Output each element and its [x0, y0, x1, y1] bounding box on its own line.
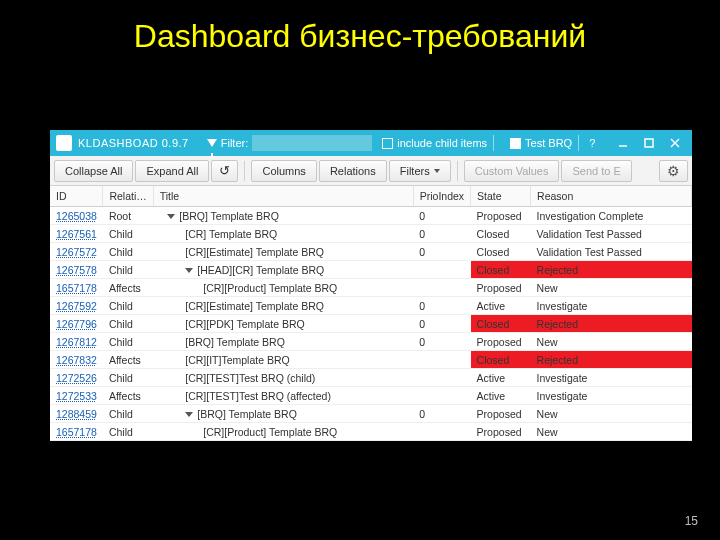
cell-prio: 0	[413, 243, 470, 261]
cell-title: [BRQ] Template BRQ	[153, 405, 413, 423]
cell-prio	[413, 279, 470, 297]
chevron-down-icon	[434, 169, 440, 173]
id-link[interactable]: 1288459	[56, 408, 97, 420]
filters-label: Filters	[400, 165, 430, 177]
settings-button[interactable]: ⚙	[659, 160, 688, 182]
id-link[interactable]: 1657178	[56, 426, 97, 438]
cell-id: 1267561	[50, 225, 103, 243]
col-state[interactable]: State	[471, 186, 531, 207]
table-row[interactable]: 1265038Root[BRQ] Template BRQ0ProposedIn…	[50, 207, 692, 225]
collapse-all-button[interactable]: Collapse All	[54, 160, 133, 182]
table-row[interactable]: 1272533Affects[CR][TEST]Test BRQ (affect…	[50, 387, 692, 405]
table-row[interactable]: 1267561Child[CR] Template BRQ0ClosedVali…	[50, 225, 692, 243]
custom-values-button[interactable]: Custom Values	[464, 160, 560, 182]
cell-state: Active	[471, 297, 531, 315]
table-row[interactable]: 1267812Child[BRQ] Template BRQ0ProposedN…	[50, 333, 692, 351]
cell-title: [CR][PDK] Template BRQ	[153, 315, 413, 333]
send-to-button[interactable]: Send to E	[561, 160, 631, 182]
expand-all-button[interactable]: Expand All	[135, 160, 209, 182]
test-brq-checkbox[interactable]: Test BRQ	[510, 137, 572, 149]
cell-prio: 0	[413, 315, 470, 333]
title-text: [CR][Product] Template BRQ	[203, 426, 337, 438]
table-row[interactable]: 1267572Child[CR][Estimate] Template BRQ0…	[50, 243, 692, 261]
cell-title: [CR][TEST]Test BRQ (affected)	[153, 387, 413, 405]
refresh-button[interactable]: ↻	[211, 160, 238, 182]
cell-reason: New	[531, 279, 692, 297]
cell-prio	[413, 261, 470, 279]
cell-state: Closed	[471, 243, 531, 261]
table-row[interactable]: 1267832Affects[CR][IT]Template BRQClosed…	[50, 351, 692, 369]
test-brq-label: Test BRQ	[525, 137, 572, 149]
funnel-icon	[207, 139, 217, 147]
cell-prio	[413, 369, 470, 387]
table-row[interactable]: 1288459Child[BRQ] Template BRQ0ProposedN…	[50, 405, 692, 423]
id-link[interactable]: 1267561	[56, 228, 97, 240]
title-text: [CR][IT]Template BRQ	[185, 354, 289, 366]
tree-toggle-icon[interactable]	[185, 268, 193, 273]
id-link[interactable]: 1272526	[56, 372, 97, 384]
cell-id: 1267592	[50, 297, 103, 315]
cell-state: Closed	[471, 225, 531, 243]
table-row[interactable]: 1657178Child[CR][Product] Template BRQPr…	[50, 423, 692, 441]
tree-toggle-icon[interactable]	[185, 412, 193, 417]
table-row[interactable]: 1272526Child[CR][TEST]Test BRQ (child)Ac…	[50, 369, 692, 387]
cell-reason: New	[531, 333, 692, 351]
id-link[interactable]: 1272533	[56, 390, 97, 402]
cell-id: 1272526	[50, 369, 103, 387]
id-link[interactable]: 1265038	[56, 210, 97, 222]
cell-prio: 0	[413, 333, 470, 351]
id-link[interactable]: 1657178	[56, 282, 97, 294]
col-title[interactable]: Title	[153, 186, 413, 207]
cell-id: 1267812	[50, 333, 103, 351]
col-relation[interactable]: Relati…	[103, 186, 153, 207]
cell-relation: Child	[103, 315, 153, 333]
columns-button[interactable]: Columns	[251, 160, 316, 182]
title-text: [CR] Template BRQ	[185, 228, 277, 240]
cell-id: 1288459	[50, 405, 103, 423]
relations-button[interactable]: Relations	[319, 160, 387, 182]
cell-prio	[413, 387, 470, 405]
filter-input[interactable]	[252, 135, 372, 151]
cell-prio: 0	[413, 297, 470, 315]
col-prio[interactable]: PrioIndex	[413, 186, 470, 207]
table-row[interactable]: 1267592Child[CR][Estimate] Template BRQ0…	[50, 297, 692, 315]
toolbar-separator	[457, 161, 458, 181]
minimize-button[interactable]	[610, 133, 636, 153]
table-row[interactable]: 1657178Affects[CR][Product] Template BRQ…	[50, 279, 692, 297]
title-text: [CR][TEST]Test BRQ (affected)	[185, 390, 331, 402]
cell-relation: Root	[103, 207, 153, 225]
tree-toggle-icon[interactable]	[167, 214, 175, 219]
cell-relation: Child	[103, 297, 153, 315]
include-children-checkbox[interactable]: include child items	[382, 137, 487, 149]
table-row[interactable]: 1267796Child[CR][PDK] Template BRQ0Close…	[50, 315, 692, 333]
id-link[interactable]: 1267592	[56, 300, 97, 312]
cell-state: Proposed	[471, 207, 531, 225]
cell-id: 1272533	[50, 387, 103, 405]
cell-relation: Child	[103, 333, 153, 351]
svg-rect-1	[645, 139, 653, 147]
id-link[interactable]: 1267812	[56, 336, 97, 348]
cell-reason: Investigate	[531, 297, 692, 315]
title-text: [BRQ] Template BRQ	[185, 336, 285, 348]
col-reason[interactable]: Reason	[531, 186, 692, 207]
id-link[interactable]: 1267832	[56, 354, 97, 366]
close-button[interactable]	[662, 133, 688, 153]
col-id[interactable]: ID	[50, 186, 103, 207]
id-link[interactable]: 1267572	[56, 246, 97, 258]
table-row[interactable]: 1267578Child[HEAD][CR] Template BRQClose…	[50, 261, 692, 279]
cell-prio	[413, 423, 470, 441]
cell-relation: Child	[103, 225, 153, 243]
filters-button[interactable]: Filters	[389, 160, 451, 182]
include-children-label: include child items	[397, 137, 487, 149]
id-link[interactable]: 1267796	[56, 318, 97, 330]
cell-reason: New	[531, 423, 692, 441]
help-button[interactable]: ?	[585, 137, 599, 149]
cell-relation: Child	[103, 369, 153, 387]
cell-relation: Child	[103, 243, 153, 261]
cell-prio: 0	[413, 207, 470, 225]
cell-state: Proposed	[471, 333, 531, 351]
close-icon	[670, 138, 680, 148]
cell-state: Active	[471, 387, 531, 405]
id-link[interactable]: 1267578	[56, 264, 97, 276]
maximize-button[interactable]	[636, 133, 662, 153]
